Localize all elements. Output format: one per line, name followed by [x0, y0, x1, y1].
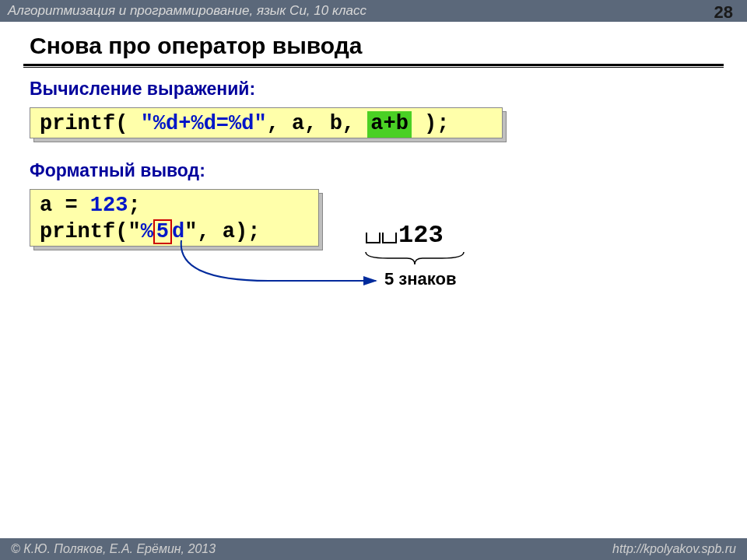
- codebox-1-wrap: printf( "%d+%d=%d", a, b, a+b );: [30, 107, 747, 138]
- codebox-2: a = 123; printf("%5d", a);: [30, 189, 319, 247]
- code2-number: 123: [90, 194, 128, 217]
- code2-l2a: printf(": [40, 220, 141, 243]
- annotation-label: 5 знаков: [384, 269, 457, 289]
- code2-percent: %: [141, 220, 153, 243]
- footer-url: http://kpolyakov.spb.ru: [612, 538, 736, 560]
- space-symbol-icon: [366, 233, 381, 243]
- page-number: 28: [714, 2, 733, 23]
- output-value: 123: [398, 221, 444, 250]
- code2-width-highlight: 5: [153, 219, 172, 244]
- subheading-1: Вычисление выражений:: [0, 68, 747, 107]
- code1-part2: , a, b,: [267, 112, 368, 135]
- code1-part1: printf(: [40, 112, 141, 135]
- space-symbol-icon: [382, 233, 397, 243]
- subheading-2: Форматный вывод:: [0, 138, 747, 189]
- brace-icon: [364, 250, 465, 268]
- codebox-1: printf( "%d+%d=%d", a, b, a+b );: [30, 107, 503, 138]
- header-text: Алгоритмизация и программирование, язык …: [8, 3, 366, 18]
- code2-d: d: [172, 220, 184, 243]
- slide-title: Снова про оператор вывода: [0, 22, 747, 64]
- code1-expression-highlight: a+b: [367, 111, 412, 138]
- code2-l2b: ", a);: [184, 220, 260, 243]
- header-bar: Алгоритмизация и программирование, язык …: [0, 0, 747, 22]
- code1-format: "%d+%d=%d": [141, 112, 267, 135]
- output-sample: 123: [366, 221, 444, 250]
- code2-l1a: a =: [40, 194, 90, 217]
- footer-copyright: © К.Ю. Поляков, Е.А. Ерёмин, 2013: [11, 538, 216, 560]
- code2-l1b: ;: [128, 194, 140, 217]
- footer-bar: © К.Ю. Поляков, Е.А. Ерёмин, 2013 http:/…: [0, 538, 747, 560]
- code1-part3: );: [412, 112, 450, 135]
